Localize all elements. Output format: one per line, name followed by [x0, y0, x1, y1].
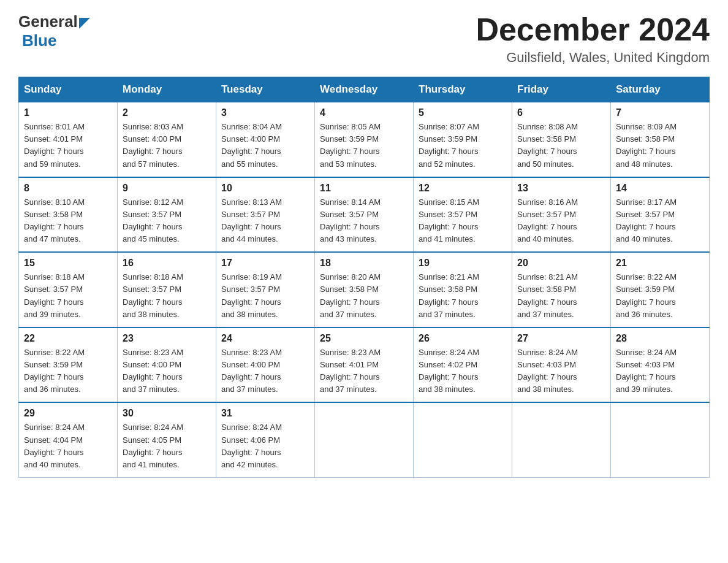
weekday-header-sunday: Sunday [19, 77, 118, 102]
day-info: Sunrise: 8:24 AMSunset: 4:02 PMDaylight:… [419, 347, 507, 396]
weekday-header-saturday: Saturday [611, 77, 710, 102]
calendar-cell: 2Sunrise: 8:03 AMSunset: 4:00 PMDaylight… [118, 102, 216, 177]
day-number: 22 [24, 333, 112, 344]
day-info: Sunrise: 8:17 AMSunset: 3:57 PMDaylight:… [616, 196, 704, 246]
day-number: 15 [24, 258, 112, 269]
day-info: Sunrise: 8:08 AMSunset: 3:58 PMDaylight:… [517, 121, 605, 170]
day-number: 6 [517, 107, 605, 118]
calendar-cell: 26Sunrise: 8:24 AMSunset: 4:02 PMDayligh… [414, 327, 512, 403]
logo-triangle-icon [79, 18, 90, 29]
calendar-cell: 20Sunrise: 8:21 AMSunset: 3:58 PMDayligh… [512, 252, 611, 327]
calendar-cell: 31Sunrise: 8:24 AMSunset: 4:06 PMDayligh… [216, 402, 315, 477]
calendar-cell: 23Sunrise: 8:23 AMSunset: 4:00 PMDayligh… [118, 327, 216, 403]
day-number: 28 [616, 333, 704, 344]
day-info: Sunrise: 8:24 AMSunset: 4:04 PMDaylight:… [24, 421, 112, 471]
day-number: 21 [616, 258, 704, 269]
day-number: 29 [24, 408, 112, 419]
weekday-header-row: SundayMondayTuesdayWednesdayThursdayFrid… [19, 77, 710, 102]
calendar-cell: 9Sunrise: 8:12 AMSunset: 3:57 PMDaylight… [118, 177, 216, 253]
calendar-cell: 22Sunrise: 8:22 AMSunset: 3:59 PMDayligh… [19, 327, 118, 403]
day-info: Sunrise: 8:20 AMSunset: 3:58 PMDaylight:… [320, 271, 408, 321]
weekday-header-tuesday: Tuesday [216, 77, 315, 102]
logo-blue-text: Blue [22, 31, 56, 50]
calendar-cell [611, 402, 710, 477]
calendar-cell: 17Sunrise: 8:19 AMSunset: 3:57 PMDayligh… [216, 252, 315, 327]
day-info: Sunrise: 8:07 AMSunset: 3:59 PMDaylight:… [419, 121, 507, 170]
calendar-cell: 28Sunrise: 8:24 AMSunset: 4:03 PMDayligh… [611, 327, 710, 403]
day-info: Sunrise: 8:24 AMSunset: 4:05 PMDaylight:… [123, 421, 211, 471]
logo-general-text: General [18, 12, 78, 31]
month-title: December 2024 [476, 12, 710, 47]
day-info: Sunrise: 8:05 AMSunset: 3:59 PMDaylight:… [320, 121, 408, 170]
day-number: 5 [419, 107, 507, 118]
day-info: Sunrise: 8:03 AMSunset: 4:00 PMDaylight:… [123, 121, 211, 170]
calendar-cell: 15Sunrise: 8:18 AMSunset: 3:57 PMDayligh… [19, 252, 118, 327]
calendar-cell: 7Sunrise: 8:09 AMSunset: 3:58 PMDaylight… [611, 102, 710, 177]
day-info: Sunrise: 8:12 AMSunset: 3:57 PMDaylight:… [123, 196, 211, 246]
week-row-3: 15Sunrise: 8:18 AMSunset: 3:57 PMDayligh… [19, 252, 710, 327]
day-info: Sunrise: 8:22 AMSunset: 3:59 PMDaylight:… [616, 271, 704, 321]
day-number: 10 [221, 183, 309, 194]
calendar-cell [414, 402, 512, 477]
day-number: 20 [517, 258, 605, 269]
calendar-cell: 24Sunrise: 8:23 AMSunset: 4:00 PMDayligh… [216, 327, 315, 403]
day-info: Sunrise: 8:24 AMSunset: 4:06 PMDaylight:… [221, 421, 309, 471]
calendar-cell [315, 402, 414, 477]
calendar-table: SundayMondayTuesdayWednesdayThursdayFrid… [18, 77, 710, 478]
calendar-cell: 16Sunrise: 8:18 AMSunset: 3:57 PMDayligh… [118, 252, 216, 327]
logo-icon: General Blue [18, 12, 90, 50]
calendar-cell: 27Sunrise: 8:24 AMSunset: 4:03 PMDayligh… [512, 327, 611, 403]
calendar-cell: 30Sunrise: 8:24 AMSunset: 4:05 PMDayligh… [118, 402, 216, 477]
calendar-cell: 18Sunrise: 8:20 AMSunset: 3:58 PMDayligh… [315, 252, 414, 327]
location-text: Guilsfield, Wales, United Kingdom [476, 50, 710, 66]
day-number: 17 [221, 258, 309, 269]
calendar-cell: 3Sunrise: 8:04 AMSunset: 4:00 PMDaylight… [216, 102, 315, 177]
calendar-cell: 10Sunrise: 8:13 AMSunset: 3:57 PMDayligh… [216, 177, 315, 253]
day-info: Sunrise: 8:23 AMSunset: 4:00 PMDaylight:… [123, 347, 211, 396]
day-info: Sunrise: 8:14 AMSunset: 3:57 PMDaylight:… [320, 196, 408, 246]
day-number: 1 [24, 107, 112, 118]
day-info: Sunrise: 8:24 AMSunset: 4:03 PMDaylight:… [517, 347, 605, 396]
day-info: Sunrise: 8:24 AMSunset: 4:03 PMDaylight:… [616, 347, 704, 396]
day-number: 19 [419, 258, 507, 269]
day-info: Sunrise: 8:01 AMSunset: 4:01 PMDaylight:… [24, 121, 112, 170]
day-info: Sunrise: 8:23 AMSunset: 4:01 PMDaylight:… [320, 347, 408, 396]
calendar-cell: 25Sunrise: 8:23 AMSunset: 4:01 PMDayligh… [315, 327, 414, 403]
logo: General Blue [18, 12, 90, 50]
day-number: 4 [320, 107, 408, 118]
day-number: 31 [221, 408, 309, 419]
day-number: 3 [221, 107, 309, 118]
day-number: 7 [616, 107, 704, 118]
calendar-cell: 12Sunrise: 8:15 AMSunset: 3:57 PMDayligh… [414, 177, 512, 253]
day-number: 23 [123, 333, 211, 344]
day-number: 30 [123, 408, 211, 419]
weekday-header-friday: Friday [512, 77, 611, 102]
day-info: Sunrise: 8:10 AMSunset: 3:58 PMDaylight:… [24, 196, 112, 246]
day-number: 26 [419, 333, 507, 344]
weekday-header-thursday: Thursday [414, 77, 512, 102]
day-info: Sunrise: 8:18 AMSunset: 3:57 PMDaylight:… [123, 271, 211, 321]
calendar-cell: 21Sunrise: 8:22 AMSunset: 3:59 PMDayligh… [611, 252, 710, 327]
day-info: Sunrise: 8:04 AMSunset: 4:00 PMDaylight:… [221, 121, 309, 170]
day-info: Sunrise: 8:23 AMSunset: 4:00 PMDaylight:… [221, 347, 309, 396]
day-number: 18 [320, 258, 408, 269]
calendar-cell: 19Sunrise: 8:21 AMSunset: 3:58 PMDayligh… [414, 252, 512, 327]
day-info: Sunrise: 8:13 AMSunset: 3:57 PMDaylight:… [221, 196, 309, 246]
svg-marker-0 [79, 18, 90, 29]
day-number: 11 [320, 183, 408, 194]
day-info: Sunrise: 8:19 AMSunset: 3:57 PMDaylight:… [221, 271, 309, 321]
calendar-cell: 4Sunrise: 8:05 AMSunset: 3:59 PMDaylight… [315, 102, 414, 177]
day-number: 9 [123, 183, 211, 194]
day-info: Sunrise: 8:16 AMSunset: 3:57 PMDaylight:… [517, 196, 605, 246]
week-row-2: 8Sunrise: 8:10 AMSunset: 3:58 PMDaylight… [19, 177, 710, 253]
calendar-cell: 29Sunrise: 8:24 AMSunset: 4:04 PMDayligh… [19, 402, 118, 477]
day-number: 25 [320, 333, 408, 344]
day-number: 2 [123, 107, 211, 118]
day-number: 13 [517, 183, 605, 194]
day-number: 16 [123, 258, 211, 269]
week-row-5: 29Sunrise: 8:24 AMSunset: 4:04 PMDayligh… [19, 402, 710, 477]
day-number: 24 [221, 333, 309, 344]
title-area: December 2024 Guilsfield, Wales, United … [476, 12, 710, 66]
day-number: 8 [24, 183, 112, 194]
day-number: 27 [517, 333, 605, 344]
